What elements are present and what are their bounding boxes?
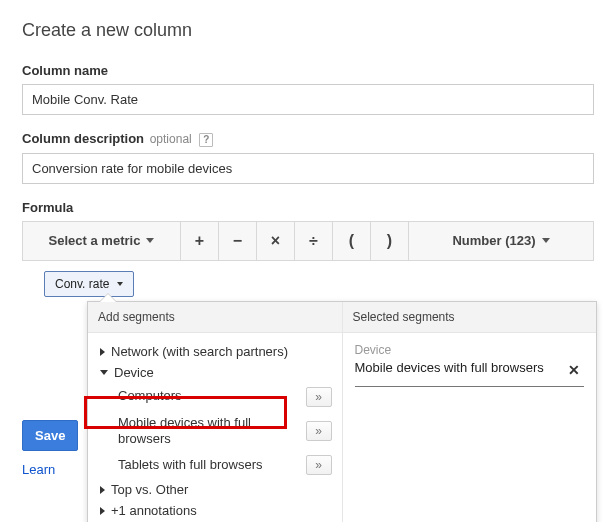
chevron-down-icon (117, 282, 123, 286)
group-top-other-label: Top vs. Other (111, 482, 188, 497)
group-annotations[interactable]: +1 annotations (96, 500, 342, 521)
triangle-down-icon (100, 370, 108, 375)
device-item-computers-label: Computers (118, 388, 302, 404)
column-name-input[interactable] (22, 84, 594, 115)
column-desc-input[interactable] (22, 153, 594, 184)
device-item-mobile-label: Mobile devices with full browsers (118, 415, 302, 448)
segments-panel: Add segments Network (with search partne… (87, 301, 597, 522)
selected-segments-col: Selected segments Device Mobile devices … (343, 302, 597, 522)
triangle-right-icon (100, 507, 105, 515)
popover-arrow (99, 293, 117, 302)
add-tablets-button[interactable]: » (306, 455, 332, 475)
help-icon[interactable]: ? (199, 133, 213, 147)
number-format-label: Number (123) (452, 233, 535, 248)
device-item-tablets[interactable]: Tablets with full browsers » (96, 451, 342, 479)
group-network-label: Network (with search partners) (111, 344, 288, 359)
add-segments-header: Add segments (88, 302, 342, 333)
group-device-label: Device (114, 365, 154, 380)
metric-select-button[interactable]: Select a metric (23, 222, 181, 260)
triangle-right-icon (100, 486, 105, 494)
column-desc-label-text: Column description (22, 131, 144, 146)
selected-segments-header: Selected segments (343, 302, 597, 333)
op-times-button[interactable]: × (257, 222, 295, 260)
op-divide-button[interactable]: ÷ (295, 222, 333, 260)
triangle-right-icon (100, 348, 105, 356)
group-annotations-label: +1 annotations (111, 503, 197, 518)
group-top-other[interactable]: Top vs. Other (96, 479, 342, 500)
column-desc-label: Column description optional ? (22, 131, 594, 147)
conv-rate-chip-label: Conv. rate (55, 277, 109, 291)
column-name-label: Column name (22, 63, 594, 78)
device-item-tablets-label: Tablets with full browsers (118, 457, 302, 473)
conv-rate-chip[interactable]: Conv. rate (44, 271, 134, 297)
op-lparen-button[interactable]: ( (333, 222, 371, 260)
metric-select-label: Select a metric (49, 233, 141, 248)
op-plus-button[interactable]: + (181, 222, 219, 260)
add-segments-list[interactable]: Network (with search partners) Device Co… (88, 333, 342, 522)
formula-bar: Select a metric + − × ÷ ( ) Number (123) (22, 221, 594, 261)
chevron-down-icon (542, 238, 550, 243)
group-network[interactable]: Network (with search partners) (96, 341, 342, 362)
optional-label: optional (150, 132, 192, 146)
chevron-down-icon (146, 238, 154, 243)
page-title: Create a new column (22, 20, 594, 41)
add-computers-button[interactable]: » (306, 387, 332, 407)
device-item-computers[interactable]: Computers » (96, 383, 342, 411)
op-rparen-button[interactable]: ) (371, 222, 409, 260)
device-item-mobile[interactable]: Mobile devices with full browsers » (96, 411, 342, 452)
remove-selected-button[interactable]: ✕ (564, 360, 584, 380)
add-mobile-button[interactable]: » (306, 421, 332, 441)
save-button[interactable]: Save (22, 420, 78, 451)
selected-category-label: Device (355, 343, 585, 357)
learn-link[interactable]: Learn (22, 462, 55, 477)
group-device[interactable]: Device (96, 362, 342, 383)
number-format-button[interactable]: Number (123) (409, 222, 593, 260)
selected-segment-row: Mobile devices with full browsers ✕ (355, 360, 585, 387)
op-minus-button[interactable]: − (219, 222, 257, 260)
selected-segment-name: Mobile devices with full browsers (355, 360, 565, 377)
formula-label: Formula (22, 200, 594, 215)
